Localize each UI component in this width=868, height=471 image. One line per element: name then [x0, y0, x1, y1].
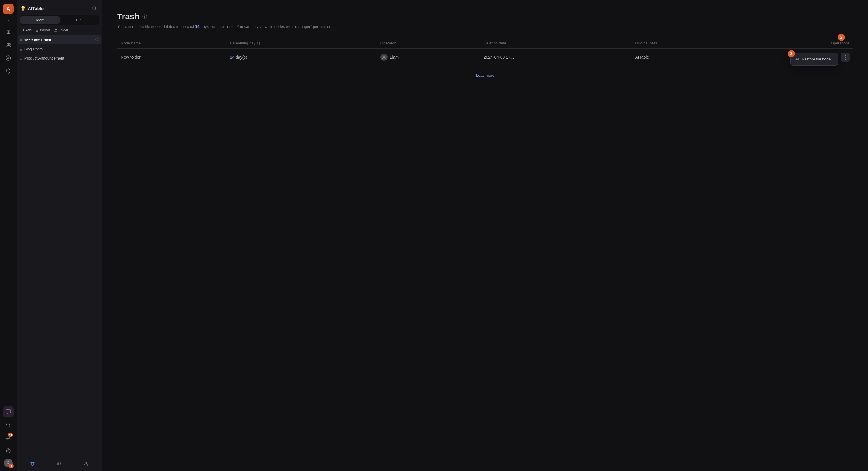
add-button[interactable]: + Add — [21, 27, 33, 33]
load-more-button[interactable]: Load more — [117, 73, 853, 78]
subtitle-after: days from the Trash. You can only view f… — [200, 24, 333, 29]
folder-label: Folder — [58, 28, 68, 32]
subtitle-before: You can restore file nodes deleted in th… — [117, 24, 194, 29]
svg-point-18 — [85, 462, 87, 464]
col-remaining: Remaining day(s) — [226, 38, 377, 49]
svg-point-0 — [7, 43, 8, 45]
collapse-chevron[interactable]: ∨ — [7, 18, 10, 22]
search-nav-icon[interactable] — [3, 419, 13, 430]
original-path-value: AITable — [635, 55, 649, 60]
svg-point-15 — [97, 56, 98, 57]
ops-wrapper: ⋮ 3 ↩ Restore file node — [752, 53, 850, 62]
notification-btn[interactable]: 44 — [3, 433, 13, 443]
cell-original-path: AITable — [632, 48, 749, 66]
import-label: Import — [40, 28, 50, 32]
grid-nav-icon[interactable]: ⊞ — [3, 27, 13, 37]
app-title-text: AITable — [28, 6, 43, 11]
svg-point-4 — [6, 423, 10, 426]
remaining-unit: day(s) — [236, 55, 247, 60]
sidebar-header: 💡 AITable — [17, 0, 102, 16]
trash-subtitle: You can restore file nodes deleted in th… — [117, 24, 853, 30]
remaining-days-value: 14 — [230, 55, 235, 60]
svg-point-16 — [97, 59, 98, 60]
svg-point-8 — [93, 6, 96, 9]
table-header-row: Node name Remaining day(s) Operator Dele… — [117, 38, 853, 49]
item-label-welcome: Welcome Email — [24, 38, 93, 42]
item-label-blog: Blog Posts — [24, 47, 93, 51]
svg-point-10 — [97, 40, 98, 41]
restore-label: Restore file node — [802, 57, 831, 61]
sidebar-footer — [17, 456, 102, 471]
operations-dropdown: 3 ↩ Restore file node — [790, 53, 838, 66]
sidebar-item-blog-posts[interactable]: # Blog Posts — [18, 45, 101, 54]
restore-icon: ↩ — [796, 57, 799, 62]
main-content: Trash ⓘ You can restore file nodes delet… — [102, 0, 868, 471]
cell-deletion-date: 2024-04-09 17... — [480, 48, 632, 66]
cell-operator: Liam — [377, 48, 480, 66]
operator-avatar — [380, 54, 388, 61]
svg-point-13 — [97, 50, 98, 50]
people-nav-icon[interactable] — [3, 40, 13, 50]
useradd-footer-btn[interactable] — [73, 459, 99, 469]
app-title-icon: 💡 — [20, 6, 26, 11]
svg-point-14 — [95, 48, 96, 49]
svg-point-7 — [7, 462, 9, 464]
cell-operations: ⋮ 3 ↩ Restore file node — [748, 48, 853, 66]
trash-table: Node name Remaining day(s) Operator Dele… — [117, 38, 853, 66]
item-icon-product: # — [20, 56, 23, 61]
sidebar: 💡 AITable Team Pin + Add Import Folder #… — [17, 0, 102, 471]
page-title: Trash — [117, 12, 140, 21]
operator-name: Liam — [390, 55, 399, 60]
operator-cell: Liam — [380, 54, 477, 61]
refresh-footer-btn[interactable] — [46, 459, 72, 469]
folder-button[interactable]: Folder — [52, 27, 70, 33]
col-node-name: Node name — [117, 38, 226, 49]
step-3-badge: 3 — [788, 50, 795, 57]
sidebar-tabs: Team Pin — [20, 16, 99, 25]
operations-menu-button[interactable]: ⋮ — [841, 53, 850, 62]
step-2-badge: 2 — [838, 34, 845, 41]
cell-remaining: 14 day(s) — [226, 48, 377, 66]
trash-header: Trash ⓘ — [117, 12, 853, 21]
item-icon-welcome: # — [20, 38, 23, 42]
col-original-path: Original path — [632, 38, 749, 49]
col-operations: Operations — [748, 38, 853, 49]
tab-pin[interactable]: Pin — [60, 16, 99, 24]
item-icon-blog: # — [20, 47, 23, 52]
import-button[interactable]: Import — [33, 27, 52, 33]
svg-point-6 — [8, 452, 8, 452]
notification-badge: 44 — [8, 433, 13, 437]
col-operator: Operator — [377, 38, 480, 49]
share-icon-welcome[interactable] — [94, 37, 99, 42]
nav-rail: A ∨ ⊞ — [0, 0, 17, 471]
avatar-badge: 1 — [9, 464, 13, 468]
svg-point-11 — [95, 39, 96, 40]
col-deletion-date: Deletion date — [480, 38, 632, 49]
sidebar-search-button[interactable] — [90, 4, 99, 12]
svg-point-12 — [97, 47, 98, 48]
svg-point-19 — [383, 56, 384, 57]
compass-nav-icon[interactable] — [3, 53, 13, 63]
trash-info-icon[interactable]: ⓘ — [143, 14, 147, 20]
trash-footer-btn[interactable] — [20, 459, 45, 469]
item-label-product: Product Announcement — [24, 56, 93, 60]
subtitle-days: 14 — [195, 24, 199, 29]
table-row: New folder 14 day(s) Liam 2024-04-09 17.… — [117, 48, 853, 66]
chat-nav-icon[interactable] — [3, 406, 13, 417]
help-nav-icon[interactable] — [3, 445, 13, 456]
tab-team[interactable]: Team — [21, 16, 60, 24]
svg-rect-3 — [6, 410, 11, 413]
svg-point-1 — [9, 43, 11, 45]
restore-file-node-item[interactable]: ↩ Restore file node — [792, 54, 836, 64]
svg-point-2 — [6, 56, 11, 60]
svg-point-9 — [97, 38, 98, 39]
app-logo[interactable]: A — [3, 4, 13, 14]
svg-point-17 — [95, 57, 96, 58]
sidebar-item-product-announcement[interactable]: # Product Announcement — [18, 54, 101, 63]
sidebar-items-list: # Welcome Email # Blog Posts # Product A… — [17, 35, 102, 456]
app-title: 💡 AITable — [20, 6, 43, 11]
user-avatar[interactable]: 1 — [4, 459, 13, 467]
cell-node-name: New folder — [117, 48, 226, 66]
shield-nav-icon[interactable] — [3, 66, 13, 77]
sidebar-item-welcome-email[interactable]: # Welcome Email — [18, 35, 101, 45]
